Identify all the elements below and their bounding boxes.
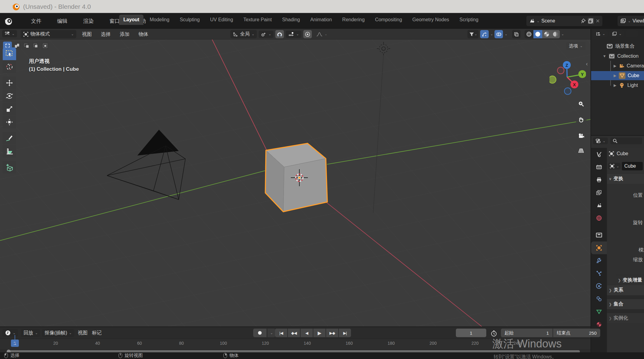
tab-scene[interactable] xyxy=(591,199,607,212)
current-frame-field[interactable]: 1 xyxy=(456,329,486,337)
tab-object-data[interactable] xyxy=(591,305,607,318)
tab-view-layer[interactable] xyxy=(591,186,607,199)
ortho-toggle-button[interactable] xyxy=(576,145,587,156)
panel-delta-transform[interactable]: ❯ 变换增量 xyxy=(616,275,644,285)
tab-geometry-nodes[interactable]: Geometry Nodes xyxy=(408,15,453,25)
chevron-down-icon[interactable]: ⌄ xyxy=(490,32,493,36)
menu-view[interactable]: 视图 xyxy=(80,30,94,39)
axis-x-neg-handle[interactable] xyxy=(557,67,564,74)
pivot-point-dropdown[interactable]: ⌄ xyxy=(259,31,274,38)
menu-edit[interactable]: 编辑 xyxy=(54,16,71,26)
tab-modeling[interactable]: Modeling xyxy=(145,15,174,25)
next-keyframe-button[interactable]: ▶◆ xyxy=(326,329,338,337)
tab-object[interactable] xyxy=(591,241,607,254)
selectability-filter-dropdown[interactable]: ⌄ xyxy=(467,30,479,38)
viewport-3d[interactable]: 用户透视 (1) Collection | Cube xyxy=(0,39,591,327)
axis-z-neg-handle[interactable] xyxy=(564,88,571,94)
tool-scale[interactable] xyxy=(3,103,16,115)
outliner-display-mode[interactable]: ⌄ xyxy=(609,30,624,37)
tab-tool[interactable] xyxy=(591,148,607,161)
tab-sculpting[interactable]: Sculpting xyxy=(175,15,204,25)
pan-button[interactable] xyxy=(576,114,587,125)
viewport-canvas[interactable] xyxy=(0,39,591,327)
tab-rendering[interactable]: Rendering xyxy=(338,15,369,25)
tab-modifiers[interactable] xyxy=(591,254,607,267)
shading-dropdown[interactable]: ⌄ xyxy=(560,30,566,38)
close-icon[interactable]: ✕ xyxy=(596,18,600,24)
jump-to-start-button[interactable]: |◀ xyxy=(275,329,287,337)
panel-collections[interactable]: ❯ 集合 xyxy=(607,299,644,309)
disclosure-triangle-icon[interactable]: ▶ xyxy=(614,83,616,87)
outliner-row-scene-collection[interactable]: 场景集合 xyxy=(591,42,644,51)
menu-select[interactable]: 选择 xyxy=(98,30,113,39)
camera-view-button[interactable] xyxy=(576,130,587,141)
blender-app-icon[interactable] xyxy=(4,17,13,26)
keying-set-dropdown[interactable]: ⌄ xyxy=(267,329,275,337)
tab-particles[interactable] xyxy=(591,267,607,280)
tab-compositing[interactable]: Compositing xyxy=(371,15,406,25)
view-layer-selector[interactable]: ⌄ ViewLayer xyxy=(618,16,644,26)
breadcrumb-object[interactable]: Cube xyxy=(617,151,628,156)
outliner-row-collection[interactable]: ▼ Collection xyxy=(591,52,644,61)
menu-object[interactable]: 物体 xyxy=(136,30,151,39)
scene-selector[interactable]: ⌄ Scene ✕ xyxy=(526,16,602,26)
play-button[interactable]: ▶ xyxy=(313,329,325,337)
menu-tl-view[interactable]: 视图 xyxy=(78,330,88,336)
xray-toggle[interactable] xyxy=(512,30,521,38)
editor-type-selector[interactable]: ⌄ xyxy=(2,30,17,37)
new-scene-icon[interactable] xyxy=(588,18,594,24)
snap-toggle[interactable] xyxy=(275,30,284,38)
tab-render[interactable] xyxy=(591,161,607,173)
sidebar-collapse-arrow[interactable]: ‹ xyxy=(586,61,588,67)
panel-transform[interactable]: ∨ 变换 xyxy=(607,173,644,184)
tool-measure[interactable] xyxy=(3,145,16,158)
tab-texture-paint[interactable]: Texture Paint xyxy=(239,15,276,25)
menu-playback[interactable]: 回放 ⌄ xyxy=(21,329,40,337)
frame-start-field[interactable]: 起始 1 xyxy=(501,329,553,337)
menu-keying[interactable]: 抠像(插帧) ⌄ xyxy=(42,329,74,337)
camera-object[interactable] xyxy=(107,130,185,200)
select-subtract-button[interactable] xyxy=(22,42,31,50)
timeline-editor-selector[interactable]: ⌄ xyxy=(2,329,18,337)
tab-world[interactable] xyxy=(591,212,607,224)
auto-key-button[interactable] xyxy=(253,329,267,337)
menu-file[interactable]: 文件 xyxy=(28,16,44,26)
show-gizmo-toggle[interactable] xyxy=(480,30,489,38)
properties-editor-selector[interactable]: ⌄ xyxy=(593,138,608,144)
proportional-editing-toggle[interactable] xyxy=(303,30,312,38)
tab-physics[interactable] xyxy=(591,280,607,292)
pin-icon[interactable] xyxy=(580,18,586,24)
tab-scripting[interactable]: Scripting xyxy=(455,15,483,25)
properties-search[interactable] xyxy=(610,138,642,144)
shading-solid-button[interactable] xyxy=(533,30,542,38)
scene-name[interactable]: Scene xyxy=(541,18,579,24)
tab-collection[interactable] xyxy=(591,229,607,241)
tab-constraints[interactable] xyxy=(591,292,607,305)
shading-wireframe-button[interactable] xyxy=(525,30,533,38)
select-invert-button[interactable] xyxy=(31,42,40,50)
prev-keyframe-button[interactable]: ◆◀ xyxy=(288,329,300,337)
disclosure-triangle-icon[interactable]: ▶ xyxy=(614,74,616,78)
zoom-button[interactable] xyxy=(576,98,587,109)
navigation-gizmo[interactable]: Z Y X xyxy=(549,60,586,96)
mode-selector[interactable]: 物体模式 ⌄ xyxy=(21,30,76,38)
tool-annotate[interactable] xyxy=(3,132,16,145)
tool-transform[interactable] xyxy=(3,116,16,128)
panel-instancing[interactable]: ❯ 实例化 xyxy=(607,313,644,323)
select-intersect-button[interactable] xyxy=(41,42,50,50)
tool-add-cube[interactable] xyxy=(3,161,16,174)
tab-shading[interactable]: Shading xyxy=(278,15,304,25)
chevron-down-icon[interactable]: ⌄ xyxy=(505,32,507,36)
light-object[interactable] xyxy=(373,42,390,213)
tab-uv-editing[interactable]: UV Editing xyxy=(206,15,237,25)
frame-end-field[interactable]: 结束点 250 xyxy=(553,329,600,337)
tool-rotate[interactable] xyxy=(3,90,16,102)
tab-output[interactable] xyxy=(591,173,607,186)
outliner-row-light[interactable]: ▶ Light xyxy=(591,81,644,90)
axis-y-neg-handle[interactable] xyxy=(549,76,556,83)
transform-orientation-dropdown[interactable]: 全局 ⌄ xyxy=(230,30,257,38)
shading-rendered-button[interactable] xyxy=(551,30,560,38)
outliner-row-cube[interactable]: ▶ Cube xyxy=(591,71,644,80)
disclosure-triangle-icon[interactable]: ▶ xyxy=(614,64,616,68)
tool-select-box[interactable] xyxy=(3,47,16,60)
